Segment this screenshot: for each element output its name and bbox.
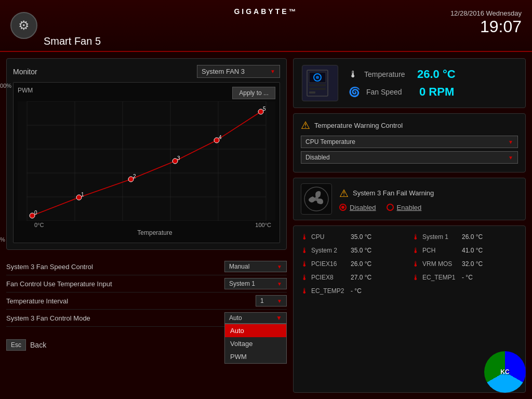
svg-point-15 — [316, 76, 319, 79]
temp-warning-status-dropdown[interactable]: Disabled ▼ — [301, 151, 518, 164]
fan-speed-value: 0 RPM — [419, 85, 454, 99]
monitor-label: Monitor — [13, 68, 37, 76]
temperature-row: 🌡 Temperature 26.0 °C — [349, 68, 517, 81]
monitor-header: Monitor System FAN 3 ▼ — [13, 65, 280, 78]
fan-mode-dropdown[interactable]: Auto ▼ — [224, 312, 287, 324]
fan-select-dropdown[interactable]: System FAN 3 ▼ — [197, 65, 280, 78]
temp-warning-card: ⚠ Temperature Warning Control CPU Temper… — [293, 113, 526, 172]
time-display: 19:07 — [450, 17, 522, 36]
svg-rect-16 — [309, 84, 326, 86]
thermometer-icon: 🌡 — [349, 69, 358, 80]
temp-input-label: Fan Control Use Temperature Input — [6, 280, 112, 288]
temp-icon: 🌡 — [301, 287, 308, 295]
header-left: ⚙ Smart Fan 5 — [10, 4, 101, 47]
fan-fail-radio-group: Disabled Enabled — [339, 204, 518, 211]
speed-arrow-icon: ▼ — [277, 264, 282, 270]
temp-warning-header: ⚠ Temperature Warning Control — [301, 119, 518, 131]
x-axis-labels: 0°C 100°C — [34, 222, 271, 228]
speed-control-label: System 3 Fan Speed Control — [6, 263, 93, 271]
fan-mode-row: System 3 Fan Control Mode Auto ▼ Auto Vo… — [6, 310, 287, 327]
fan-fail-title: System 3 Fan Fail Warning — [353, 189, 434, 197]
fan-fail-content: ⚠ System 3 Fan Fail Warning Disabled Ena… — [339, 187, 518, 211]
temp-icon: 🌡 — [301, 273, 308, 282]
svg-rect-18 — [309, 91, 315, 94]
graph-point-label-5: 5 — [263, 106, 266, 112]
temp-icon: 🌡 — [412, 273, 419, 282]
temp-input-row: Fan Control Use Temperature Input System… — [6, 275, 287, 292]
header: ⚙ Smart Fan 5 GIGABYTE™ 12/28/2016 Wedne… — [0, 0, 532, 52]
fan-mode-menu: Auto Voltage PWM — [224, 324, 287, 364]
fan-fail-warning-icon: ⚠ — [339, 187, 349, 200]
temp-input-dropdown[interactable]: System 1 ▼ — [224, 278, 287, 289]
fan-speed-row: 🌀 Fan Speed 0 RPM — [349, 85, 517, 99]
temp-reading-pch: 🌡 PCH 41.0 °C — [412, 245, 518, 256]
datetime-display: 12/28/2016 Wednesday 19:07 — [450, 9, 522, 36]
temp-reading-cpu: 🌡 CPU 35.0 °C — [301, 231, 407, 243]
speed-control-dropdown[interactable]: Manual ▼ — [224, 261, 287, 272]
cpu-temp-dropdown[interactable]: CPU Temperature ▼ — [301, 136, 518, 148]
fan-graph-container: PWM Apply to ... 100% 0% — [13, 82, 280, 243]
radio-enabled-dot — [387, 204, 394, 211]
fan-svg — [303, 186, 329, 212]
radio-enabled-label: Enabled — [397, 204, 422, 211]
x-axis-title: Temperature — [34, 229, 275, 236]
radio-enabled[interactable]: Enabled — [387, 204, 422, 211]
temp-reading-pciex8: 🌡 PCIEX8 27.0 °C — [301, 272, 407, 283]
gigabyte-globe-logo: KC — [484, 351, 526, 393]
temp-interval-label: Temperature Interval — [6, 297, 68, 305]
radio-disabled-label: Disabled — [350, 204, 376, 211]
controls-section: System 3 Fan Speed Control Manual ▼ Fan … — [6, 254, 287, 331]
graph-point-label-3: 3 — [177, 155, 180, 161]
temp-reading-ec-temp1: 🌡 EC_TEMP1 - °C — [412, 272, 518, 283]
main-content: Monitor System FAN 3 ▼ PWM Apply to ... … — [0, 52, 532, 399]
graph-point-label-1: 1 — [81, 192, 84, 197]
fan-mode-arrow-icon: ▼ — [276, 314, 282, 322]
fan-select-arrow-icon: ▼ — [270, 69, 275, 74]
temperature-label: Temperature — [364, 70, 411, 78]
fan-curve-graph[interactable]: 0 1 2 3 4 5 — [18, 101, 275, 221]
date-display: 12/28/2016 Wednesday — [450, 9, 522, 17]
temp-reading-system-2: 🌡 System 2 35.0 °C — [301, 245, 407, 256]
temp-icon: 🌡 — [301, 260, 308, 268]
graph-point-label-4: 4 — [219, 135, 222, 140]
temp-icon: 🌡 — [301, 246, 308, 255]
temp-reading-ec-temp2: 🌡 EC_TEMP2 - °C — [301, 285, 407, 297]
y-axis-labels: 100% 0% — [0, 83, 11, 243]
pwm-label: PWM — [18, 87, 33, 94]
temp-icon: 🌡 — [412, 260, 419, 268]
left-panel: Monitor System FAN 3 ▼ PWM Apply to ... … — [6, 58, 287, 393]
fan-mode-option-pwm[interactable]: PWM — [225, 350, 286, 363]
radio-disabled-dot — [339, 204, 347, 211]
svg-rect-17 — [309, 88, 326, 90]
fan-status-card: 🌡 Temperature 26.0 °C 🌀 Fan Speed 0 RPM — [293, 58, 526, 108]
fan-fail-icon — [301, 183, 332, 215]
pc-svg — [304, 68, 336, 99]
speed-control-row: System 3 Fan Speed Control Manual ▼ — [6, 258, 287, 275]
temp-warning-arrow-icon: ▼ — [508, 155, 513, 161]
pc-icon — [302, 65, 338, 101]
temp-interval-input[interactable]: 1 ▼ — [256, 295, 287, 307]
app-title: Smart Fan 5 — [44, 35, 101, 47]
temp-interval-row: Temperature Interval 1 ▼ — [6, 292, 287, 310]
temp-reading-pciex16: 🌡 PCIEX16 26.0 °C — [301, 258, 407, 270]
temp-icon: 🌡 — [412, 246, 419, 255]
temp-reading-vrm-mos: 🌡 VRM MOS 32.0 °C — [412, 258, 518, 270]
graph-point-label-2: 2 — [133, 174, 136, 179]
temp-icon: 🌡 — [301, 233, 308, 241]
back-button[interactable]: Back — [30, 341, 46, 349]
fan-mode-wrapper: Auto ▼ Auto Voltage PWM — [224, 312, 287, 324]
esc-key[interactable]: Esc — [6, 339, 26, 351]
apply-button[interactable]: Apply to ... — [232, 87, 275, 99]
radio-disabled[interactable]: Disabled — [339, 204, 376, 211]
temperature-value: 26.0 °C — [417, 68, 456, 81]
fan-icon: 🌀 — [349, 86, 360, 98]
right-panel: 🌡 Temperature 26.0 °C 🌀 Fan Speed 0 RPM … — [293, 58, 526, 393]
fan-mode-option-auto[interactable]: Auto — [225, 324, 286, 337]
fan-mode-option-voltage[interactable]: Voltage — [225, 337, 286, 350]
gear-icon: ⚙ — [10, 12, 37, 39]
fan-mode-label: System 3 Fan Control Mode — [6, 314, 90, 322]
brand-logo: GIGABYTE™ — [234, 6, 298, 23]
temp-warning-title: Temperature Warning Control — [314, 122, 403, 129]
temp-icon: 🌡 — [412, 233, 419, 241]
temp-input-arrow-icon: ▼ — [277, 281, 282, 287]
